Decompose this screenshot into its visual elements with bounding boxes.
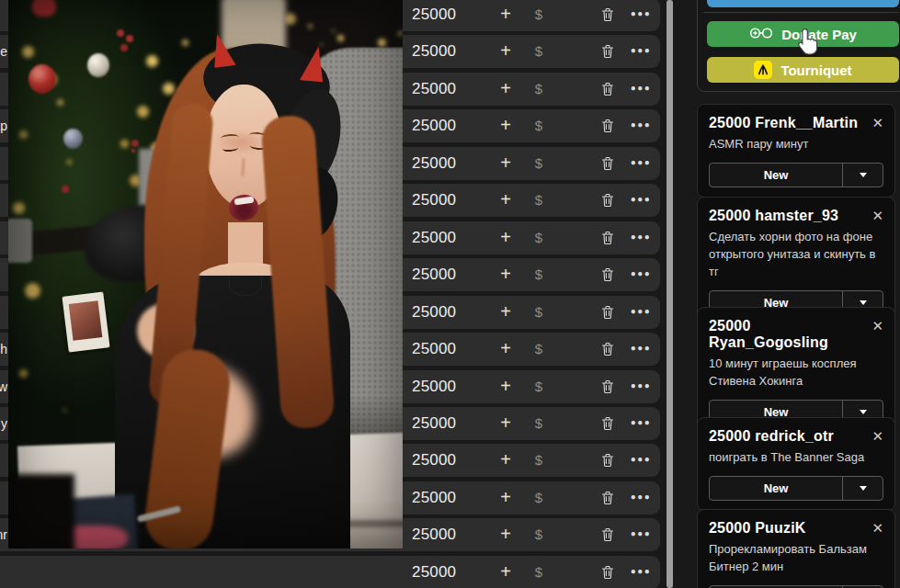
trash-icon[interactable] — [595, 305, 621, 323]
currency-button[interactable]: $ — [526, 35, 552, 68]
donation-title: 25000 redrick_otr — [709, 428, 866, 445]
more-options-button[interactable]: ●●● — [628, 73, 654, 104]
donation-card-header: 25000 redrick_otr✕ — [709, 428, 883, 445]
trash-icon[interactable] — [595, 44, 621, 62]
currency-button[interactable]: $ — [526, 147, 552, 180]
currency-button[interactable]: $ — [526, 221, 552, 254]
scrolled-service-button[interactable] — [707, 0, 899, 7]
dropdown-caret-button[interactable] — [842, 477, 883, 500]
reward-cost-value: 25000 — [412, 370, 456, 403]
currency-button[interactable]: $ — [526, 73, 552, 106]
currency-button[interactable]: $ — [526, 184, 552, 217]
donation-username: Frenk__Martin — [755, 115, 858, 130]
more-options-button[interactable]: ●●● — [628, 370, 654, 401]
trash-icon[interactable] — [595, 119, 621, 137]
donation-amount: 25000 — [709, 318, 751, 334]
trash-icon[interactable] — [595, 453, 621, 471]
more-options-button[interactable]: ●●● — [628, 333, 654, 364]
status-label[interactable]: New — [710, 164, 842, 187]
more-options-button[interactable]: ●●● — [628, 556, 654, 587]
currency-button[interactable]: $ — [526, 518, 552, 551]
add-button[interactable]: + — [493, 184, 518, 216]
currency-button[interactable]: $ — [526, 407, 552, 440]
trash-icon[interactable] — [595, 379, 621, 398]
currency-button[interactable]: $ — [526, 444, 552, 477]
donation-amount: 25000 — [709, 115, 751, 130]
currency-button[interactable]: $ — [526, 258, 552, 291]
close-icon[interactable]: ✕ — [866, 520, 883, 537]
more-options-button[interactable]: ●●● — [628, 109, 654, 141]
donation-card-header: 25000 hamster_93✕ — [709, 208, 883, 224]
trash-icon[interactable] — [595, 565, 621, 583]
donation-description: Сделать хорни фото на фоне открытого уни… — [709, 229, 883, 281]
more-options-button[interactable]: ●●● — [628, 184, 654, 215]
reward-cost-value: 25000 — [412, 333, 456, 366]
app-window: 25000+$●●●le25000+$●●●25000+$●●●tp25000+… — [0, 0, 900, 588]
add-button[interactable]: + — [493, 333, 518, 365]
more-options-button[interactable]: ●●● — [628, 35, 654, 66]
trash-icon[interactable] — [595, 527, 621, 546]
close-icon[interactable]: ✕ — [866, 318, 883, 334]
trash-icon[interactable] — [595, 7, 621, 26]
trash-icon[interactable] — [595, 342, 621, 360]
trash-icon[interactable] — [595, 82, 621, 100]
trash-icon[interactable] — [595, 416, 621, 435]
donation-amount: 25000 — [709, 208, 751, 223]
donation-card: 25000 Frenk__Martin✕ASMR пару минутNew — [697, 104, 895, 198]
row-label-fragment: y — [1, 407, 7, 440]
add-button[interactable]: + — [493, 296, 518, 328]
trash-icon[interactable] — [595, 491, 621, 509]
add-button[interactable]: + — [493, 556, 518, 588]
add-button[interactable]: + — [493, 73, 518, 105]
trash-icon[interactable] — [595, 156, 621, 175]
add-button[interactable]: + — [493, 370, 518, 402]
trash-icon[interactable] — [595, 193, 621, 211]
status-label[interactable]: New — [710, 477, 842, 500]
more-options-button[interactable]: ●●● — [628, 258, 654, 289]
close-icon[interactable]: ✕ — [866, 208, 883, 224]
reward-cost-value: 25000 — [412, 73, 456, 106]
more-options-button[interactable]: ●●● — [628, 221, 654, 253]
more-options-button[interactable]: ●●● — [628, 407, 654, 438]
add-button[interactable]: + — [493, 0, 518, 30]
table-row: 25000+$●●● — [0, 556, 660, 588]
close-icon[interactable]: ✕ — [866, 115, 883, 131]
add-button[interactable]: + — [493, 444, 518, 476]
status-dropdown[interactable]: New — [709, 163, 883, 187]
currency-button[interactable]: $ — [526, 556, 552, 588]
add-button[interactable]: + — [493, 407, 518, 439]
trash-icon[interactable] — [595, 267, 621, 286]
row-label-fragment: -w — [0, 370, 7, 403]
more-options-button[interactable]: ●●● — [628, 481, 654, 513]
reward-cost-value: 25000 — [412, 556, 456, 588]
add-button[interactable]: + — [493, 147, 518, 179]
tourniquet-button[interactable]: Tourniquet — [707, 57, 899, 83]
currency-button[interactable]: $ — [526, 0, 552, 31]
close-icon[interactable]: ✕ — [866, 428, 883, 445]
row-label-fragment: tp — [0, 109, 7, 142]
dropdown-caret-button[interactable] — [842, 164, 883, 187]
more-options-button[interactable]: ●●● — [628, 518, 654, 549]
add-button[interactable]: + — [493, 35, 518, 67]
trash-icon[interactable] — [595, 231, 621, 249]
donation-title: 25000 Ryan_Gogosling — [709, 318, 866, 351]
currency-button[interactable]: $ — [526, 370, 552, 403]
more-options-button[interactable]: ●●● — [628, 147, 654, 178]
add-button[interactable]: + — [493, 481, 518, 514]
currency-button[interactable]: $ — [526, 109, 552, 142]
add-button[interactable]: + — [493, 258, 518, 290]
add-button[interactable]: + — [493, 109, 518, 141]
currency-button[interactable]: $ — [526, 481, 552, 514]
add-button[interactable]: + — [493, 221, 518, 254]
currency-button[interactable]: $ — [526, 296, 552, 329]
donation-username: PuuziK — [755, 520, 805, 536]
donation-title: 25000 PuuziK — [709, 520, 866, 537]
chevron-down-icon — [860, 300, 867, 305]
currency-button[interactable]: $ — [526, 333, 552, 366]
add-button[interactable]: + — [493, 518, 518, 550]
more-options-button[interactable]: ●●● — [628, 0, 654, 29]
scrollbar[interactable] — [666, 0, 673, 588]
more-options-button[interactable]: ●●● — [628, 296, 654, 327]
more-options-button[interactable]: ●●● — [628, 444, 654, 475]
status-dropdown[interactable]: New — [709, 476, 883, 501]
